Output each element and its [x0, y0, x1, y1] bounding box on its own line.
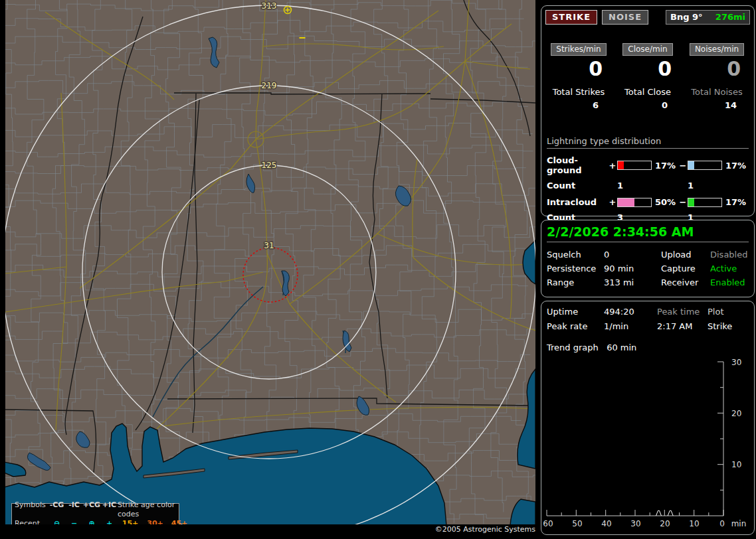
x-unit: min: [731, 519, 747, 528]
xtick-60: 60: [543, 519, 553, 528]
xtick-50: 50: [572, 519, 582, 528]
minus-sign: −: [678, 161, 688, 171]
legend-symbols-header: Symbols: [15, 501, 48, 519]
recent-pic-icon: +: [101, 519, 118, 525]
cg-negative-bar: [688, 161, 722, 170]
uptime-label: Uptime: [547, 307, 604, 317]
cg-negative-count: 1: [688, 181, 722, 191]
uptime-value: 494:20: [604, 307, 657, 317]
age-45: 45+: [167, 519, 191, 525]
xtick-30: 30: [630, 519, 640, 528]
legend-age-header: Strike age color codes: [118, 501, 191, 519]
legend-col-pcg: +CG: [82, 501, 101, 519]
ytick-20: 20: [731, 409, 741, 418]
cg-negative-pct: 17%: [722, 161, 746, 171]
intracloud-label: Intracloud: [547, 197, 608, 207]
bearing-label: Bng 9°: [670, 12, 703, 22]
ytick-30: 30: [731, 358, 741, 367]
minus-sign: −: [678, 197, 688, 207]
trend-panel: Uptime 494:20 Peak time Plot Peak rate 1…: [541, 301, 755, 535]
trend-graph-window: 60 min: [607, 343, 636, 352]
close-per-min-value: 0: [613, 56, 682, 82]
map-canvas[interactable]: 313 219 125 31: [5, 0, 535, 524]
noises-per-min-chip: Noises/min: [690, 43, 744, 56]
ring-label-313: 313: [262, 1, 277, 11]
persistence-value: 90 min: [604, 264, 661, 273]
nexstorm-app: { "map": { "ring_labels": ["313", "219",…: [0, 0, 756, 539]
total-close-label: Total Close: [613, 87, 682, 97]
cg-positive-bar: [617, 161, 652, 170]
bearing-display: Bng 9° 276mi: [666, 10, 750, 25]
strikes-per-min-chip: Strikes/min: [551, 43, 606, 56]
status-panel: 2/2/2026 2:34:56 AM Squelch 0 Upload Dis…: [541, 220, 755, 297]
xtick-0: 0: [719, 519, 725, 528]
capture-label: Capture: [661, 264, 710, 273]
peak-time-value: 2:17 AM: [657, 321, 708, 331]
ring-label-219: 219: [262, 81, 277, 90]
persistence-label: Persistence: [547, 264, 604, 273]
recent-ncg-icon: ⊖: [48, 519, 66, 525]
age-15: 15+: [118, 519, 143, 525]
total-close-value: 0: [613, 100, 682, 110]
legend-col-ncg: -CG: [48, 501, 66, 519]
uptime-grid: Uptime 494:20 Peak time Plot Peak rate 1…: [547, 307, 750, 331]
close-per-min-chip: Close/min: [622, 43, 672, 56]
recent-nic-icon: −: [66, 519, 82, 525]
peak-rate-value: 1/min: [604, 321, 657, 331]
intracloud-row: Intracloud + 50% − 17%: [547, 197, 749, 207]
legend-col-pic: +IC: [101, 501, 118, 519]
distribution-header: Lightning type distribution: [547, 136, 749, 149]
lightning-map[interactable]: 313 219 125 31 Symbols -CG -IC +CG +IC S…: [5, 0, 535, 524]
ic-negative-bar: [688, 198, 722, 207]
range-label: Range: [547, 277, 604, 287]
trend-graph-label-row: Trend graph 60 min: [547, 343, 636, 352]
total-strikes-label: Total Strikes: [544, 87, 613, 97]
copyright-text: ©2005 Astrogenic Systems: [5, 525, 535, 534]
cloud-ground-label: Cloud-ground: [547, 155, 608, 175]
strikes-per-min-value: 0: [544, 56, 613, 82]
receiver-value: Enabled: [710, 277, 750, 287]
peak-rate-label: Peak rate: [547, 321, 604, 331]
status-grid: Squelch 0 Upload Disabled Persistence 90…: [547, 250, 750, 287]
strike-mode-button[interactable]: STRIKE: [545, 10, 597, 25]
xtick-20: 20: [660, 519, 670, 528]
receiver-label: Receiver: [661, 277, 710, 287]
xtick-40: 40: [601, 519, 611, 528]
bearing-distance: 276mi: [715, 12, 745, 22]
plot-value: Strike: [708, 321, 750, 331]
upload-value: Disabled: [710, 250, 750, 260]
total-noises-label: Total Noises: [682, 87, 751, 97]
capture-value: Active: [710, 264, 750, 273]
cg-positive-count: 1: [617, 181, 652, 191]
total-noises-value: 14: [682, 100, 751, 110]
cloud-ground-row: Cloud-ground + 17% − 17%: [547, 155, 749, 175]
noises-per-min-value: 0: [682, 56, 751, 82]
ic-positive-pct: 50%: [652, 197, 678, 207]
mode-button-row: STRIKE NOISE Bng 9° 276mi: [545, 10, 750, 25]
count-label: Count: [547, 181, 608, 191]
map-legend: Symbols -CG -IC +CG +IC Strike age color…: [11, 503, 179, 524]
ytick-10: 10: [731, 460, 741, 469]
trend-graph: 60 50 40 30 20 10 0 min 30 20 10: [541, 353, 753, 533]
trend-graph-label: Trend graph: [547, 343, 604, 352]
ring-label-31: 31: [264, 241, 274, 250]
rate-counters: Strikes/min Close/min Noises/min 0 0 0 T…: [544, 42, 751, 110]
total-strikes-value: 6: [544, 100, 613, 110]
plot-label: Plot: [708, 307, 750, 317]
ic-negative-pct: 17%: [722, 197, 746, 207]
squelch-label: Squelch: [547, 250, 604, 260]
legend-row-recent-label: Recent: [15, 519, 48, 525]
strike-stats-panel: STRIKE NOISE Bng 9° 276mi Strikes/min Cl…: [541, 5, 755, 216]
plus-sign: +: [608, 161, 617, 171]
lightning-distribution: Lightning type distribution Cloud-ground…: [547, 136, 749, 222]
legend-col-nic: -IC: [66, 501, 82, 519]
plus-sign: +: [608, 197, 617, 207]
noise-mode-button[interactable]: NOISE: [602, 10, 648, 25]
peak-time-label: Peak time: [657, 307, 708, 317]
cloud-ground-count-row: Count 1 1: [547, 181, 749, 191]
cg-positive-pct: 17%: [652, 161, 678, 171]
recent-pcg-icon: ⊕: [82, 519, 101, 525]
ring-label-125: 125: [262, 161, 277, 170]
age-30: 30+: [143, 519, 167, 525]
squelch-value: 0: [604, 250, 661, 260]
